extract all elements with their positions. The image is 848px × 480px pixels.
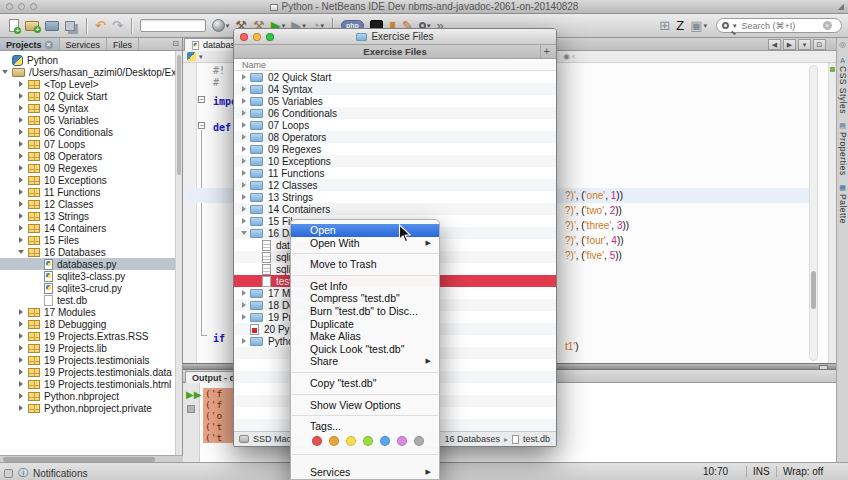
disclosure-icon[interactable] [239, 146, 248, 152]
menu-item-duplicate[interactable]: Duplicate [291, 318, 439, 331]
tab-services[interactable]: Services [60, 38, 108, 50]
finder-titlebar[interactable]: Exercise Files [234, 29, 556, 45]
disclosure-icon[interactable] [239, 206, 248, 212]
expander-icon[interactable] [18, 213, 28, 219]
scroll-tabs-left-icon[interactable]: ◀ [768, 39, 781, 50]
undo-icon[interactable]: ↶ [95, 17, 106, 35]
search-input[interactable] [740, 20, 820, 32]
menu-item-show-view-options[interactable]: Show View Options [291, 399, 439, 412]
sidebar-menu-icon[interactable]: ◎ [837, 40, 848, 49]
menu-item-tags[interactable]: Tags... [291, 420, 439, 433]
expander-icon[interactable] [2, 70, 12, 74]
tree-item[interactable]: 05 Variables [0, 114, 182, 126]
finder-row[interactable]: 02 Quick Start [234, 71, 556, 83]
chevron-down-icon[interactable]: ▾ [199, 53, 203, 61]
name-column-header[interactable]: Name [234, 59, 556, 71]
expander-icon[interactable] [18, 225, 28, 231]
menu-item-services[interactable]: Services▶ [291, 466, 439, 479]
deploy-icon[interactable]: ▾ [212, 17, 230, 35]
finder-row[interactable]: 06 Conditionals [234, 107, 556, 119]
expander-icon[interactable] [18, 237, 28, 243]
tree-item[interactable]: 06 Conditionals [0, 126, 182, 138]
tree-item[interactable]: 19 Projects.Extras.RSS [0, 330, 182, 342]
tree-item[interactable]: 13 Strings [0, 210, 182, 222]
screenshot-icon[interactable]: ▣▾ [690, 17, 707, 35]
editor-vertical-scrollbar[interactable] [809, 65, 818, 361]
expander-icon[interactable] [18, 381, 28, 387]
finder-row[interactable]: 09 Regexes [234, 143, 556, 155]
tree-item[interactable]: 16 Databases [0, 246, 182, 258]
zoom-window-icon[interactable] [266, 33, 274, 41]
rerun-icon[interactable]: ▶▶ [186, 389, 201, 400]
disclosure-icon[interactable] [239, 98, 248, 104]
disclosure-icon[interactable] [239, 134, 248, 140]
fold-toggle-icon[interactable]: − [198, 122, 205, 129]
finder-row[interactable]: 08 Operators [234, 131, 556, 143]
tree-item[interactable]: 08 Operators [0, 150, 182, 162]
tree-item[interactable]: 11 Functions [0, 186, 182, 198]
disclosure-icon[interactable] [239, 314, 248, 320]
menu-item-copy-test-db[interactable]: Copy "test.db" [291, 377, 439, 390]
expander-icon[interactable] [18, 333, 28, 339]
menu-item-get-info[interactable]: Get Info [291, 280, 439, 293]
menu-item-make-alias[interactable]: Make Alias [291, 330, 439, 343]
expander-icon[interactable] [18, 309, 28, 315]
open-project-icon[interactable] [45, 17, 59, 35]
minimize-panel-icon[interactable]: ⊡ [169, 38, 182, 50]
disclosure-icon[interactable] [239, 182, 248, 188]
status-task-icon[interactable] [4, 469, 13, 478]
close-window-icon[interactable] [240, 33, 248, 41]
tree-item[interactable]: 19 Projects.lib [0, 342, 182, 354]
expander-icon[interactable] [18, 369, 28, 375]
scroll-tabs-right-icon[interactable]: ▶ [783, 39, 796, 50]
expander-icon[interactable] [18, 177, 28, 183]
maximize-editor-icon[interactable]: ⊡ [813, 39, 826, 50]
disclosure-icon[interactable] [239, 290, 248, 296]
search-field[interactable]: ▾ × [716, 18, 842, 33]
expander-icon[interactable] [18, 141, 28, 147]
menu-item-open-with[interactable]: Open With▶ [291, 237, 439, 250]
tag-color-dot[interactable] [363, 436, 373, 446]
tree-item[interactable]: test.db [0, 294, 182, 306]
tree-item[interactable]: <Top Level> [0, 78, 182, 90]
tag-color-dot[interactable] [397, 436, 407, 446]
menu-item-quick-look-test-db[interactable]: Quick Look "test.db" [291, 343, 439, 356]
menu-item-compress-test-db[interactable]: Compress "test.db" [291, 292, 439, 305]
sidebar-tab-css-styles[interactable]: ACSS Styles [837, 57, 848, 114]
tree-item[interactable]: 18 Debugging [0, 318, 182, 330]
disclosure-icon[interactable] [239, 170, 248, 176]
tree-item[interactable]: 19 Projects.testimonials.data [0, 366, 182, 378]
tab-projects[interactable]: Projects× [0, 38, 60, 50]
finder-row[interactable]: 12 Classes [234, 179, 556, 191]
last-edit-icons[interactable]: ◉ ‹ [563, 52, 575, 61]
expander-icon[interactable] [18, 165, 28, 171]
finder-row[interactable]: 14 Containers [234, 203, 556, 215]
expander-icon[interactable] [18, 153, 28, 159]
sidebar-tab-palette[interactable]: ▦Palette [837, 184, 848, 224]
expander-icon[interactable] [18, 189, 28, 195]
fold-toggle-icon[interactable]: − [198, 96, 205, 103]
finder-row[interactable]: 11 Functions [234, 167, 556, 179]
disclosure-icon[interactable] [239, 231, 248, 235]
tree-item[interactable]: 04 Syntax [0, 102, 182, 114]
window-group-icon[interactable]: ⊞ [659, 17, 670, 35]
notifications-label[interactable]: Notifications [33, 468, 87, 479]
menu-item-move-to-trash[interactable]: Move to Trash [291, 258, 439, 271]
menu-item-share[interactable]: Share▶ [291, 355, 439, 368]
tree-item[interactable]: Python [0, 54, 182, 66]
tree-item[interactable]: sqlite3-class.py [0, 270, 182, 282]
menu-item-open[interactable]: Open [291, 224, 439, 237]
config-combo[interactable] [140, 17, 206, 35]
redo-icon[interactable]: ↷ [112, 17, 123, 35]
disclosure-icon[interactable] [239, 74, 248, 80]
minimize-window-icon[interactable] [253, 33, 261, 41]
tag-color-dot[interactable] [312, 436, 322, 446]
menu-item-burn-test-db-to-disc[interactable]: Burn "test.db" to Disc... [291, 305, 439, 318]
disclosure-icon[interactable] [239, 338, 248, 344]
finder-row[interactable]: 07 Loops [234, 119, 556, 131]
expander-icon[interactable] [18, 105, 28, 111]
tree-item[interactable]: 10 Exceptions [0, 174, 182, 186]
tree-item[interactable]: 02 Quick Start [0, 90, 182, 102]
expander-icon[interactable] [18, 321, 28, 327]
tree-item[interactable]: sqlite3-crud.py [0, 282, 182, 294]
